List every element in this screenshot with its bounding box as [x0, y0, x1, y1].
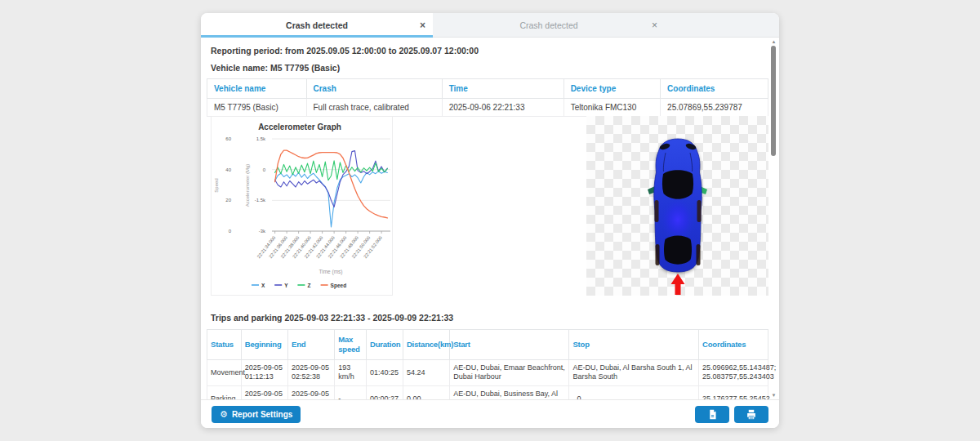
- table-cell: M5 T7795 (Basic): [207, 99, 307, 117]
- column-header: Status: [207, 330, 242, 360]
- table-cell: 2025-09-05 01:53:13: [288, 386, 335, 399]
- svg-text:Time (ms): Time (ms): [318, 269, 342, 275]
- reporting-period-text: Reporting period: from 2025.09.05 12:00:…: [211, 46, 479, 56]
- printer-icon: [746, 409, 757, 420]
- table-cell: Full crash trace, calibrated: [306, 99, 442, 117]
- tab-label: Crash detected: [519, 20, 577, 30]
- series-line-y: [275, 151, 388, 207]
- trips-table: StatusBeginningEndMax speedDurationDista…: [207, 329, 768, 399]
- report-settings-label: Report Settings: [232, 410, 292, 419]
- svg-text:Accelerometer Graph: Accelerometer Graph: [258, 122, 341, 131]
- svg-text:Accelerometer (Mg): Accelerometer (Mg): [245, 164, 250, 207]
- table-cell: Teltonika FMC130: [564, 99, 660, 117]
- tab-crash-detected-active[interactable]: Crash detected ×: [201, 13, 433, 37]
- legend-item-z[interactable]: Z: [297, 283, 310, 288]
- legend-item-x[interactable]: X: [252, 283, 265, 288]
- close-icon[interactable]: ×: [420, 20, 425, 30]
- car-wheel: [697, 200, 702, 222]
- scroll-down-arrow[interactable]: ▼: [769, 392, 778, 399]
- svg-text:X: X: [261, 283, 265, 288]
- footer-toolbar: ⚙ Report Settings: [201, 399, 779, 428]
- car-windshield: [662, 170, 693, 199]
- table-cell: 01:40:25: [367, 359, 403, 385]
- column-header: Device type: [564, 79, 660, 99]
- table-cell: 193 km/h: [335, 359, 367, 385]
- print-button[interactable]: [734, 406, 768, 423]
- table-row[interactable]: M5 T7795 (Basic)Full crash trace, calibr…: [207, 99, 768, 117]
- table-row[interactable]: Movement2025-09-05 01:12:132025-09-05 02…: [207, 359, 768, 385]
- crash-direction-arrow: [671, 274, 685, 295]
- table-header-row: StatusBeginningEndMax speedDurationDista…: [207, 330, 768, 360]
- table-cell: AE-DU, Dubai, Al Barsha South 1, Al Bars…: [569, 359, 699, 385]
- car-wheel: [656, 244, 660, 265]
- file-export-icon: [707, 409, 718, 420]
- table-row[interactable]: Parking2025-09-05 01:48:112025-09-05 01:…: [207, 386, 768, 399]
- table-cell: Parking: [207, 386, 242, 399]
- car-wheel: [697, 244, 701, 265]
- car-roof-glow: [661, 198, 695, 242]
- tab-bar: Crash detected × Crash detected ×: [201, 13, 779, 38]
- svg-text:60: 60: [225, 136, 231, 141]
- table-cell: 2025-09-06 22:21:33: [442, 99, 564, 117]
- svg-text:Y: Y: [284, 283, 288, 288]
- column-header: Coordinates: [661, 79, 768, 99]
- svg-text:Speed: Speed: [214, 178, 219, 192]
- close-icon[interactable]: ×: [652, 20, 657, 30]
- car-rear-window: [664, 236, 692, 265]
- svg-text:Z: Z: [307, 283, 310, 288]
- svg-text:40: 40: [225, 167, 231, 172]
- car-top-view: [586, 116, 768, 296]
- table-cell: 00:00:27: [367, 386, 403, 399]
- accelerometer-chart-panel: Accelerometer Graph1.5k0-1.5k-3k6040200S…: [211, 116, 393, 296]
- svg-text:0: 0: [229, 229, 232, 234]
- series-line-speed: [275, 150, 388, 218]
- column-header: Coordinates: [699, 330, 768, 360]
- column-header: Time: [442, 79, 564, 99]
- svg-text:-3k: -3k: [259, 229, 266, 234]
- column-header: Stop: [569, 330, 699, 360]
- gear-icon: ⚙: [220, 410, 228, 419]
- table-header-row: Vehicle nameCrashTimeDevice typeCoordina…: [207, 79, 768, 99]
- table-cell: 2025-09-05 02:52:38: [288, 359, 335, 385]
- table-cell: 2025-09-05 01:12:13: [241, 359, 287, 385]
- table-cell: 2025-09-05 01:48:11: [241, 386, 287, 399]
- column-header: Start: [450, 330, 569, 360]
- tab-crash-detected-inactive[interactable]: Crash detected ×: [433, 13, 665, 37]
- table-cell: AE-DU, Dubai, Business Bay, Al Quoz, 3a …: [450, 386, 569, 399]
- column-header: Beginning: [241, 330, 287, 360]
- car-wheel: [655, 200, 659, 222]
- trips-section-title: Trips and parking 2025-09-03 22:21:33 - …: [211, 313, 453, 323]
- table-cell: 0.00: [403, 386, 449, 399]
- svg-text:0: 0: [263, 167, 266, 172]
- table-cell: 25.07869,55.239787: [661, 99, 768, 117]
- accelerometer-chart: Accelerometer Graph1.5k0-1.5k-3k6040200S…: [212, 117, 392, 295]
- crash-table: Vehicle nameCrashTimeDevice typeCoordina…: [207, 78, 768, 117]
- table-cell: Movement: [207, 359, 242, 385]
- report-content: Reporting period: from 2025.09.05 12:00:…: [201, 38, 779, 399]
- report-settings-button[interactable]: ⚙ Report Settings: [212, 406, 301, 423]
- scrollbar-thumb[interactable]: [771, 46, 776, 156]
- vehicle-name-text: Vehicle name: M5 T7795 (Basic): [211, 63, 340, 73]
- scroll-up-arrow[interactable]: ▲: [769, 38, 778, 45]
- export-file-button[interactable]: [695, 406, 729, 423]
- column-header: Distance(km): [403, 330, 449, 360]
- svg-text:Speed: Speed: [331, 283, 347, 289]
- crash-direction-visual: [586, 116, 768, 296]
- column-header: Duration: [367, 330, 403, 360]
- desktop-background: Crash detected × Crash detected × Report…: [0, 0, 980, 441]
- table-cell: 25.176277,55.25452: [699, 386, 768, 399]
- table-cell: 54.24: [403, 359, 449, 385]
- table-cell: AE-DU, Dubai, Emaar Beachfront, Dubai Ha…: [450, 359, 569, 385]
- column-header: Max speed: [335, 330, 367, 360]
- tab-label: Crash detected: [286, 20, 348, 30]
- table-cell: 25.096962,55.143487; 25.083757,55.243403: [699, 359, 768, 385]
- column-header: Vehicle name: [207, 79, 307, 99]
- column-header: End: [288, 330, 335, 360]
- crash-report-window: Crash detected × Crash detected × Report…: [201, 13, 779, 428]
- legend-item-speed[interactable]: Speed: [321, 283, 347, 289]
- svg-text:-1.5k: -1.5k: [255, 198, 266, 203]
- table-cell: , 0: [569, 386, 699, 399]
- vertical-scrollbar[interactable]: ▲ ▼: [769, 38, 778, 399]
- legend-item-y[interactable]: Y: [274, 283, 288, 288]
- column-header: Crash: [306, 79, 442, 99]
